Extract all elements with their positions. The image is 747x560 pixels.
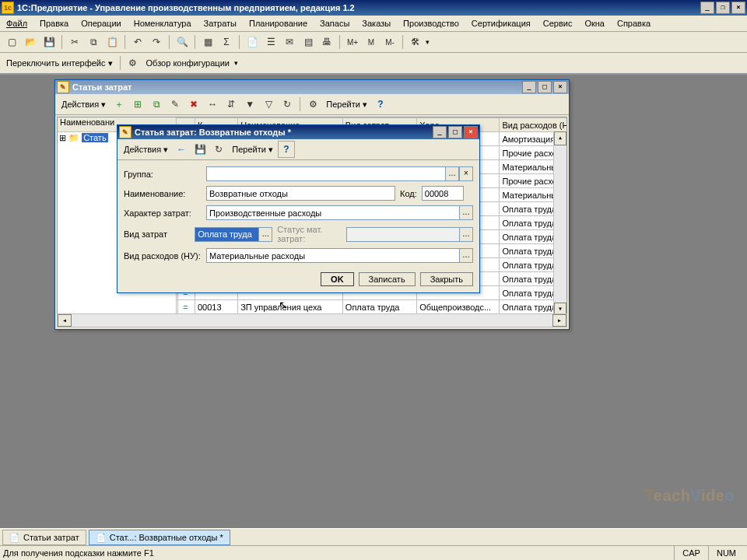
list-close-button[interactable]: × (553, 81, 567, 93)
code-field[interactable] (422, 186, 464, 201)
nu-select-button[interactable]: … (459, 248, 473, 263)
m-minus-icon[interactable]: M- (381, 33, 398, 51)
document-icon: 📄 (9, 533, 20, 543)
name-field[interactable] (206, 186, 395, 201)
menu-help[interactable]: Справка (614, 17, 654, 30)
table-row[interactable]: =00013ЗП управления цехаОплата трудаОбще… (177, 300, 567, 314)
menu-edit[interactable]: Правка (37, 17, 72, 30)
mat-status-select-button[interactable]: … (459, 227, 473, 242)
dialog-minimize-button[interactable]: _ (433, 126, 447, 138)
filter-off-icon[interactable]: ▽ (260, 96, 277, 113)
list-goto-dropdown[interactable]: Перейти ▾ (323, 100, 370, 110)
add-icon[interactable]: ＋ (110, 96, 128, 113)
tree-selected-node[interactable]: Стать (82, 133, 108, 142)
redo-icon[interactable]: ↷ (148, 33, 165, 51)
refresh-dlg-icon[interactable]: ↻ (210, 141, 227, 158)
nu-field[interactable] (206, 248, 459, 263)
ok-button[interactable]: OK (321, 272, 354, 286)
list-icon[interactable]: ☰ (262, 33, 279, 51)
label-name: Наименование: (124, 189, 202, 198)
sum-icon[interactable]: Σ (218, 33, 235, 51)
list-window-titlebar[interactable]: ✎ Статьи затрат _ □ × (55, 80, 569, 94)
menu-costs[interactable]: Затраты (201, 17, 240, 30)
save-icon[interactable]: 💾 (40, 33, 58, 51)
app-titlebar: 1c 1С:Предприятие - Управление производс… (0, 0, 747, 16)
group-field[interactable] (206, 166, 445, 181)
menu-production[interactable]: Производство (400, 17, 462, 30)
dialog-icon: ✎ (119, 126, 132, 138)
mat-status-field (346, 227, 459, 242)
close-button[interactable]: Закрыть (420, 272, 473, 286)
dialog-help-icon[interactable]: ? (278, 141, 295, 158)
menu-file[interactable]: Файл (3, 17, 30, 30)
menu-certification[interactable]: Сертификация (468, 17, 534, 30)
edit-icon[interactable]: ✎ (167, 96, 184, 113)
write-button[interactable]: Записать (359, 272, 416, 286)
taskbar-item-list[interactable]: 📄 Статьи затрат (2, 530, 86, 545)
menu-windows[interactable]: Окна (581, 17, 608, 30)
tools-icon[interactable]: 🛠 (407, 33, 424, 51)
paste-icon[interactable]: 📋 (103, 33, 121, 51)
add-group-icon[interactable]: ⊞ (129, 96, 146, 113)
list-window-toolbar: Действия ▾ ＋ ⊞ ⧉ ✎ ✖ ↔ ⇵ ▼ ▽ ↻ ⚙ Перейти… (55, 94, 569, 115)
dialog-goto-dropdown[interactable]: Перейти ▾ (229, 145, 276, 155)
calendar-icon[interactable]: ▦ (199, 33, 216, 51)
switch-interface-dropdown[interactable]: Переключить интерфейс ▾ (3, 58, 116, 68)
detail-dialog[interactable]: ✎ Статья затрат: Возвратные отходы * _ □… (117, 124, 480, 293)
document-icon: 📄 (96, 533, 107, 543)
m-icon[interactable]: M (363, 33, 380, 51)
app-minimize-button[interactable]: _ (700, 2, 714, 14)
character-select-button[interactable]: … (459, 205, 473, 220)
menubar: Файл Правка Операции Номенклатура Затрат… (0, 16, 747, 32)
menu-orders[interactable]: Заказы (359, 17, 394, 30)
add-copy-icon[interactable]: ⧉ (148, 96, 165, 113)
menu-stock[interactable]: Запасы (317, 17, 352, 30)
menu-operations[interactable]: Операции (78, 17, 124, 30)
filter-icon[interactable]: ▼ (241, 96, 258, 113)
list-maximize-button[interactable]: □ (538, 81, 552, 93)
delete-icon[interactable]: ✖ (185, 96, 202, 113)
new-icon[interactable]: ▢ (3, 33, 20, 51)
h-scrollbar[interactable]: ◂▸ (57, 313, 567, 327)
group-select-button[interactable]: … (445, 166, 459, 181)
help-icon[interactable]: ? (372, 96, 389, 113)
open-icon[interactable]: 📂 (22, 33, 39, 51)
refresh-icon[interactable]: ↻ (279, 96, 296, 113)
character-field[interactable] (206, 205, 459, 220)
find-icon[interactable]: 🔍 (174, 33, 191, 51)
back-icon[interactable]: ← (173, 141, 190, 158)
hierarchy-icon[interactable]: ⇵ (223, 96, 240, 113)
config-overview-link[interactable]: Обзор конфигурации (143, 58, 233, 68)
list-actions-dropdown[interactable]: Действия ▾ (58, 100, 109, 110)
app-close-button[interactable]: × (731, 2, 745, 14)
type-select-button[interactable]: … (258, 227, 272, 242)
print-icon[interactable]: 🖶 (318, 33, 335, 51)
move-icon[interactable]: ↔ (204, 96, 221, 113)
dialog-close-button[interactable]: × (464, 126, 478, 138)
m-plus-icon[interactable]: M+ (344, 33, 361, 51)
menu-nomenclature[interactable]: Номенклатура (131, 17, 195, 30)
copy-icon[interactable]: ⧉ (85, 33, 102, 51)
list-window-title: Статьи затрат (72, 82, 132, 92)
settings-icon[interactable]: ⚙ (304, 96, 321, 113)
dialog-toolbar: Действия ▾ ← 💾 ↻ Перейти ▾ ? (117, 139, 479, 160)
app-icon: 1c (2, 2, 14, 14)
v-scrollbar[interactable]: ▴▾ (553, 131, 566, 313)
menu-planning[interactable]: Планирование (246, 17, 310, 30)
dialog-maximize-button[interactable]: □ (448, 126, 462, 138)
type-field[interactable] (195, 227, 258, 242)
taskbar-item-detail[interactable]: 📄 Стат...: Возвратные отходы * (89, 530, 230, 545)
mail-icon[interactable]: ✉ (281, 33, 298, 51)
dialog-actions-dropdown[interactable]: Действия ▾ (121, 145, 171, 155)
group-clear-button[interactable]: × (459, 166, 473, 181)
undo-icon[interactable]: ↶ (129, 33, 146, 51)
dialog-titlebar[interactable]: ✎ Статья затрат: Возвратные отходы * _ □… (117, 125, 479, 139)
menu-service[interactable]: Сервис (540, 17, 576, 30)
app-restore-button[interactable]: ❐ (716, 2, 730, 14)
save-icon[interactable]: 💾 (191, 141, 209, 158)
grid-icon[interactable]: ▤ (300, 33, 317, 51)
list-minimize-button[interactable]: _ (522, 81, 536, 93)
label-type: Вид затрат (124, 229, 190, 239)
cut-icon[interactable]: ✂ (66, 33, 83, 51)
report-icon[interactable]: 📄 (244, 33, 261, 51)
